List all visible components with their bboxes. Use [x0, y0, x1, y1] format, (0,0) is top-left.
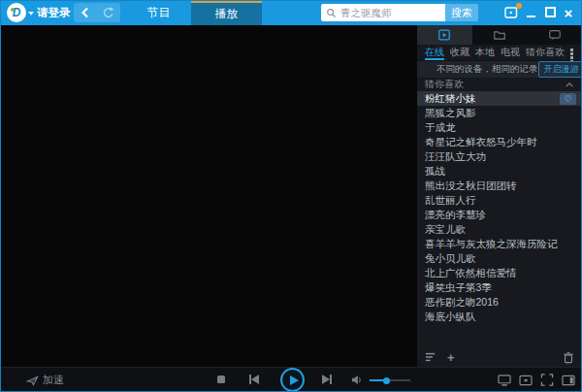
list-item-title: 兔小贝儿歌 [425, 252, 476, 266]
search-icon [326, 8, 337, 18]
tab-programs[interactable]: 节目 [126, 0, 191, 25]
nav-tab-tv[interactable]: 电视 [501, 46, 520, 60]
list-item[interactable]: 汪汪队立大功 [417, 149, 582, 164]
list-item[interactable]: 亲宝儿歌 [417, 222, 582, 237]
list-item-title: 粉红猪小妹 [425, 92, 476, 106]
player-window: D 请登录 节目 播放 搜索 [0, 0, 582, 392]
refresh-icon[interactable] [102, 7, 114, 19]
list-item[interactable]: 熊出没之秋日团团转 [417, 179, 582, 193]
list-item-title: 熊出没之秋日团团转 [425, 180, 517, 193]
list-item[interactable]: 海底小纵队 [417, 310, 582, 324]
search-input[interactable] [340, 7, 437, 18]
list-item-title: 爆笑虫子第3季 [425, 281, 492, 295]
sidebar: 在线 收藏 本地 电视 猜你喜欢 不同的设备，相同的记录 开启漫游 猜你喜欢 粉… [417, 25, 582, 367]
add-item-icon[interactable]: + [447, 351, 455, 364]
list-item[interactable]: 粉红猪小妹♡ [417, 91, 582, 106]
speed-icon [26, 375, 39, 386]
logo-dropdown-caret-icon[interactable] [28, 12, 34, 16]
sidebar-toggle-icon[interactable] [562, 375, 575, 386]
playback-bar: 加速 [0, 367, 582, 392]
delete-icon[interactable] [563, 351, 574, 364]
grid-view-icon[interactable] [570, 49, 574, 56]
nav-tab-local[interactable]: 本地 [475, 46, 495, 60]
app-logo-icon[interactable]: D [7, 3, 26, 22]
list-item[interactable]: 恶作剧之吻2016 [417, 295, 582, 310]
list-item-title: 漂亮的李慧珍 [425, 209, 486, 222]
stop-button[interactable] [217, 376, 225, 383]
sidebar-icon-tabs [417, 25, 582, 45]
search-bar: 搜索 [321, 4, 478, 21]
tab-play[interactable]: 播放 [191, 0, 262, 25]
search-input-box [321, 4, 445, 21]
message-icon[interactable] [504, 6, 519, 19]
list-item[interactable]: 奇星记之鲜衣怒马少年时 [417, 135, 582, 149]
playback-right-icons [498, 374, 575, 386]
nav-tab-online[interactable]: 在线 [425, 46, 444, 60]
tab-chat-icon[interactable] [527, 25, 582, 45]
list-item[interactable]: 黑狐之风影 [417, 106, 582, 120]
minimize-glyph [527, 16, 535, 17]
list-item[interactable]: 爆笑虫子第3季 [417, 280, 582, 295]
list-item-title: 恶作剧之吻2016 [425, 296, 499, 310]
login-link[interactable]: 请登录 [37, 0, 71, 25]
back-icon[interactable] [81, 7, 89, 18]
nav-tab-recommend[interactable]: 猜你喜欢 [526, 46, 565, 60]
list-item[interactable]: 喜羊羊与灰太狼之深海历险记 [417, 237, 582, 251]
collapse-icon[interactable] [565, 82, 574, 88]
recommend-section-header: 猜你喜欢 [417, 78, 582, 91]
cast-tv-icon[interactable] [498, 374, 511, 386]
notification-badge [516, 3, 522, 9]
maximize-button[interactable] [545, 7, 556, 17]
list-item[interactable]: 兔小贝儿歌 [417, 251, 582, 266]
pip-icon[interactable] [519, 375, 533, 386]
list-item-title: 汪汪队立大功 [425, 150, 486, 164]
list-item[interactable]: 乱世丽人行 [417, 193, 582, 208]
volume-knob[interactable] [383, 377, 390, 384]
minimize-button[interactable] [526, 6, 536, 19]
nav-button-group [74, 3, 120, 22]
next-button[interactable] [322, 375, 332, 384]
section-title: 猜你喜欢 [425, 78, 464, 91]
enable-roaming-button[interactable]: 开启漫游 [538, 61, 582, 78]
previous-button[interactable] [249, 375, 259, 384]
sort-list-icon[interactable] [425, 351, 437, 363]
list-item-title: 北上广依然相信爱情 [425, 267, 517, 280]
list-item-title: 喜羊羊与灰太狼之深海历险记 [425, 238, 558, 251]
list-item[interactable]: 于成龙 [417, 120, 582, 135]
close-button[interactable]: × [561, 3, 576, 22]
list-item-title: 奇星记之鲜衣怒马少年时 [425, 136, 537, 149]
video-area[interactable] [0, 25, 417, 367]
prev-triangle [251, 375, 259, 384]
nav-tab-favorites[interactable]: 收藏 [450, 46, 469, 60]
list-item-title: 孤战 [425, 165, 445, 179]
roaming-banner: 不同的设备，相同的记录 开启漫游 [417, 61, 582, 78]
tab-playlist-icon[interactable] [417, 25, 472, 45]
play-button[interactable] [280, 368, 305, 392]
favorite-heart-button[interactable]: ♡ [560, 93, 576, 105]
fullscreen-icon[interactable] [540, 374, 554, 386]
search-button[interactable]: 搜索 [445, 4, 478, 21]
list-item-title: 海底小纵队 [425, 310, 476, 324]
speed-control[interactable]: 加速 [26, 368, 64, 392]
titlebar: D 请登录 节目 播放 搜索 [0, 0, 582, 25]
list-item[interactable]: 北上广依然相信爱情 [417, 266, 582, 280]
next-triangle [322, 375, 330, 384]
logo-dot [11, 8, 15, 12]
next-bar [330, 375, 332, 384]
list-item-title: 亲宝儿歌 [425, 223, 466, 237]
list-item[interactable]: 漂亮的李慧珍 [417, 208, 582, 222]
sidebar-footer: + [417, 347, 582, 367]
list-item[interactable]: 孤战 [417, 164, 582, 179]
list-item-title: 于成龙 [425, 121, 456, 135]
volume-slider[interactable] [370, 379, 410, 381]
list-item-title: 黑狐之风影 [425, 107, 476, 120]
speed-label: 加速 [43, 373, 64, 387]
volume-icon[interactable] [351, 375, 362, 385]
play-triangle-icon [290, 376, 299, 385]
sidebar-nav-tabs: 在线 收藏 本地 电视 猜你喜欢 [417, 45, 582, 61]
recommend-list: 粉红猪小妹♡黑狐之风影于成龙奇星记之鲜衣怒马少年时汪汪队立大功孤战熊出没之秋日团… [417, 91, 582, 347]
tab-folder-icon[interactable] [472, 25, 528, 45]
roaming-message: 不同的设备，相同的记录 [436, 63, 538, 76]
list-item-title: 乱世丽人行 [425, 194, 476, 208]
